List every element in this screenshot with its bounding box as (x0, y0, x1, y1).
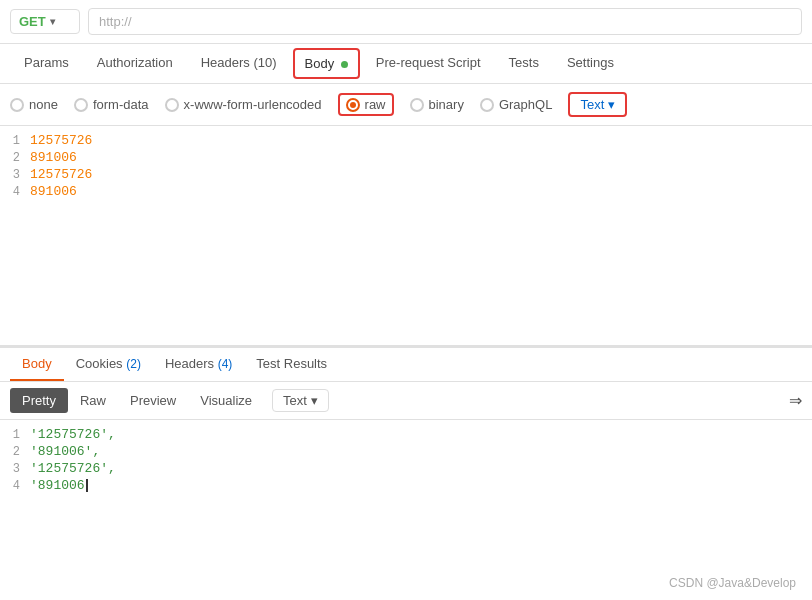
resp-tab-cookies[interactable]: Cookies (2) (64, 348, 153, 381)
resp-text-format-label: Text (283, 393, 307, 408)
req-linenum-4: 4 (0, 185, 30, 199)
req-content-4: 891006 (30, 184, 77, 199)
resp-content-3: '12575726', (30, 461, 116, 476)
body-type-graphql-label: GraphQL (499, 97, 552, 112)
resp-cookies-badge: (2) (126, 357, 141, 371)
body-type-binary-label: binary (429, 97, 464, 112)
method-label: GET (19, 14, 46, 29)
body-type-urlencoded-label: x-www-form-urlencoded (184, 97, 322, 112)
resp-tab-headers[interactable]: Headers (4) (153, 348, 244, 381)
url-bar: GET ▾ (0, 0, 812, 44)
fmt-tab-preview[interactable]: Preview (118, 388, 188, 413)
fmt-tab-raw[interactable]: Raw (68, 388, 118, 413)
resp-tab-test-results-label: Test Results (256, 356, 327, 371)
text-format-label: Text (580, 97, 604, 112)
response-tabs: Body Cookies (2) Headers (4) Test Result… (0, 348, 812, 382)
radio-graphql-icon (480, 98, 494, 112)
req-line-3: 3 12575726 (0, 166, 812, 183)
body-type-form-data-label: form-data (93, 97, 149, 112)
resp-tab-body-label: Body (22, 356, 52, 371)
resp-tab-headers-label: Headers (165, 356, 218, 371)
tab-pre-request[interactable]: Pre-request Script (362, 45, 495, 82)
radio-urlencoded-icon (165, 98, 179, 112)
req-linenum-2: 2 (0, 151, 30, 165)
resp-tab-body[interactable]: Body (10, 348, 64, 381)
response-body-code: 1 '12575726', 2 '891006', 3 '12575726', … (0, 420, 812, 500)
text-cursor (86, 479, 88, 492)
req-content-2: 891006 (30, 150, 77, 165)
watermark: CSDN @Java&Develop (669, 576, 796, 590)
body-type-binary[interactable]: binary (410, 97, 464, 112)
url-input[interactable] (88, 8, 802, 35)
body-dot-icon (341, 61, 348, 68)
radio-none-icon (10, 98, 24, 112)
body-tab-label: Body (305, 56, 335, 71)
fmt-tab-pretty[interactable]: Pretty (10, 388, 68, 413)
resp-headers-badge: (4) (218, 357, 233, 371)
resp-tab-test-results[interactable]: Test Results (244, 348, 339, 381)
fmt-tab-visualize[interactable]: Visualize (188, 388, 264, 413)
method-select[interactable]: GET ▾ (10, 9, 80, 34)
resp-content-4: '891006 (30, 478, 85, 493)
text-format-dropdown[interactable]: Text ▾ (568, 92, 627, 117)
req-linenum-1: 1 (0, 134, 30, 148)
request-body-editor[interactable]: 1 12575726 2 891006 3 12575726 4 891006 (0, 126, 812, 346)
method-chevron-icon: ▾ (50, 16, 55, 27)
body-types-row: none form-data x-www-form-urlencoded raw… (0, 84, 812, 126)
tab-body[interactable]: Body (293, 48, 360, 79)
body-type-graphql[interactable]: GraphQL (480, 97, 552, 112)
resp-linenum-3: 3 (0, 462, 30, 476)
req-line-1: 1 12575726 (0, 132, 812, 149)
req-content-1: 12575726 (30, 133, 92, 148)
resp-text-format-dropdown[interactable]: Text ▾ (272, 389, 329, 412)
req-linenum-3: 3 (0, 168, 30, 182)
body-type-raw[interactable]: raw (338, 93, 394, 116)
resp-text-chevron-icon: ▾ (311, 393, 318, 408)
resp-line-1: 1 '12575726', (0, 426, 812, 443)
req-line-2: 2 891006 (0, 149, 812, 166)
resp-linenum-1: 1 (0, 428, 30, 442)
wrap-icon[interactable]: ⇒ (789, 391, 802, 410)
radio-form-data-icon (74, 98, 88, 112)
tab-headers[interactable]: Headers (10) (187, 45, 291, 82)
text-format-chevron-icon: ▾ (608, 97, 615, 112)
tab-authorization[interactable]: Authorization (83, 45, 187, 82)
resp-line-2: 2 '891006', (0, 443, 812, 460)
resp-content-2: '891006', (30, 444, 100, 459)
tab-tests[interactable]: Tests (495, 45, 553, 82)
req-content-3: 12575726 (30, 167, 92, 182)
resp-line-4: 4 '891006 (0, 477, 812, 494)
body-type-none-label: none (29, 97, 58, 112)
body-type-none[interactable]: none (10, 97, 58, 112)
resp-tab-cookies-label: Cookies (76, 356, 127, 371)
tab-settings[interactable]: Settings (553, 45, 628, 82)
resp-linenum-4: 4 (0, 479, 30, 493)
resp-line-3: 3 '12575726', (0, 460, 812, 477)
radio-binary-icon (410, 98, 424, 112)
tab-params[interactable]: Params (10, 45, 83, 82)
resp-linenum-2: 2 (0, 445, 30, 459)
radio-raw-icon (346, 98, 360, 112)
body-type-raw-label: raw (365, 97, 386, 112)
resp-content-1: '12575726', (30, 427, 116, 442)
req-line-4: 4 891006 (0, 183, 812, 200)
request-tabs: Params Authorization Headers (10) Body P… (0, 44, 812, 84)
response-section: Body Cookies (2) Headers (4) Test Result… (0, 346, 812, 500)
body-type-form-data[interactable]: form-data (74, 97, 149, 112)
format-tabs: Pretty Raw Preview Visualize Text ▾ ⇒ (0, 382, 812, 420)
body-type-urlencoded[interactable]: x-www-form-urlencoded (165, 97, 322, 112)
